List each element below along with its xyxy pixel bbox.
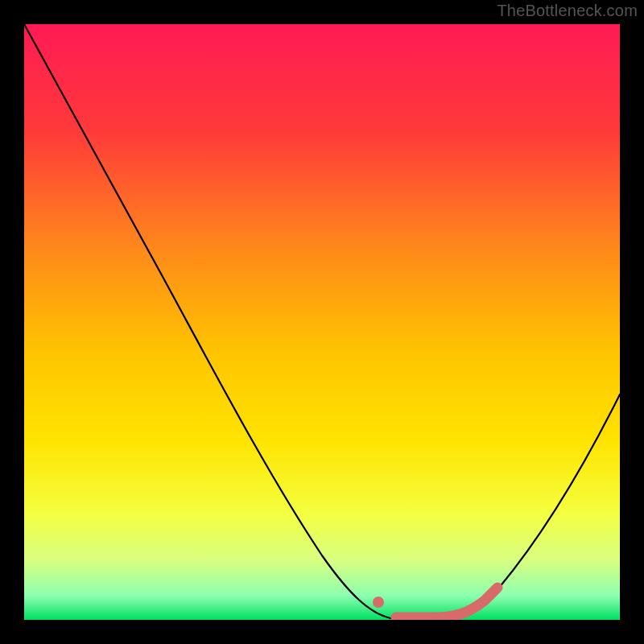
gradient-background bbox=[24, 24, 620, 620]
highlight-dot bbox=[373, 597, 384, 608]
chart-frame: TheBottleneck.com bbox=[0, 0, 644, 644]
watermark-text: TheBottleneck.com bbox=[497, 2, 638, 20]
plot-area bbox=[24, 24, 620, 620]
chart-svg bbox=[24, 24, 620, 620]
